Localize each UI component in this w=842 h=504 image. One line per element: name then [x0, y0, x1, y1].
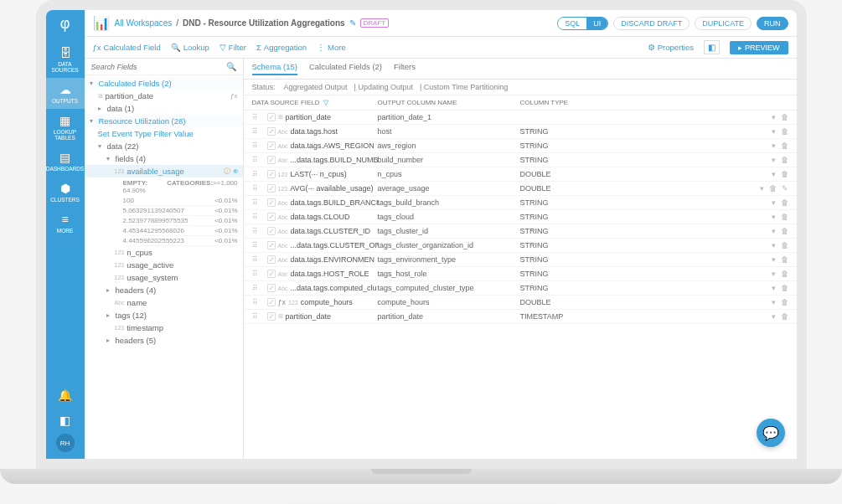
- delete-icon[interactable]: 🗑: [781, 198, 788, 207]
- delete-icon[interactable]: 🗑: [781, 312, 788, 321]
- discard-button[interactable]: DISCARD DRAFT: [613, 17, 690, 30]
- delete-icon[interactable]: 🗑: [781, 127, 788, 136]
- schema-row[interactable]: ⠿ ⤢ Abc ...data.tags.CLUSTER_OR tags_clu…: [244, 239, 797, 253]
- set-event-filter[interactable]: Set Event Type Filter Value: [85, 127, 243, 140]
- expand-icon[interactable]: ⤢: [267, 141, 276, 150]
- schema-row[interactable]: ⠿ ⤢ Abc data.tags.BUILD_BRANCH tags_buil…: [244, 196, 797, 210]
- drag-handle-icon[interactable]: ⠿: [252, 213, 267, 221]
- expand-icon[interactable]: ⤢: [267, 227, 276, 235]
- dropdown-icon[interactable]: ▾: [772, 156, 776, 164]
- user-avatar[interactable]: RH: [56, 434, 75, 452]
- delete-icon[interactable]: 🗑: [781, 170, 788, 178]
- schema-row[interactable]: ⠿ ⤢ Abc data.tags.ENVIRONMEN tags_enviro…: [244, 253, 797, 267]
- expand-icon[interactable]: ⤢: [267, 127, 276, 136]
- delete-icon[interactable]: 🗑: [781, 213, 788, 221]
- drag-handle-icon[interactable]: ⠿: [252, 156, 267, 164]
- nav-more[interactable]: ≡MORE: [46, 208, 85, 239]
- expand-icon[interactable]: ⤢: [267, 213, 276, 221]
- dropdown-icon[interactable]: ▾: [760, 184, 764, 193]
- nav-dashboards[interactable]: ▤DASHBOARDS: [46, 146, 85, 177]
- tree-item[interactable]: 123usage_system: [85, 271, 243, 284]
- tool-lookup[interactable]: 🔍Lookup: [171, 43, 209, 52]
- tree-item[interactable]: ▸tags (12): [85, 309, 243, 321]
- delete-icon[interactable]: 🗑: [781, 241, 788, 249]
- chat-button[interactable]: 💬: [757, 419, 785, 447]
- dropdown-icon[interactable]: ▾: [772, 127, 776, 136]
- add-icon[interactable]: ⊕: [233, 167, 238, 175]
- dropdown-icon[interactable]: ▾: [772, 312, 776, 321]
- schema-row[interactable]: ⠿ ⤢ ⊞ partition_date partition_date TIME…: [244, 310, 797, 324]
- dropdown-icon[interactable]: ▾: [772, 284, 776, 292]
- nav-lookup-tables[interactable]: ▦LOOKUP TABLES: [46, 109, 85, 146]
- layout-toggle[interactable]: ◧: [704, 40, 720, 54]
- delete-icon[interactable]: 🗑: [781, 255, 788, 264]
- info-icon[interactable]: ⓘ: [224, 167, 230, 175]
- dropdown-icon[interactable]: ▾: [772, 241, 776, 249]
- dropdown-icon[interactable]: ▾: [772, 198, 776, 207]
- delete-icon[interactable]: 🗑: [769, 184, 777, 193]
- bookmark[interactable]: ◧: [46, 409, 85, 434]
- tree-item[interactable]: Abcname: [85, 296, 243, 309]
- drag-handle-icon[interactable]: ⠿: [252, 298, 267, 306]
- expand-icon[interactable]: ⤢: [267, 312, 276, 321]
- preview-button[interactable]: ▸PREVIEW: [730, 41, 788, 54]
- dropdown-icon[interactable]: ▾: [772, 113, 776, 121]
- expand-icon[interactable]: ⤢: [267, 284, 276, 292]
- delete-icon[interactable]: 🗑: [781, 270, 788, 278]
- search-fields[interactable]: 🔍: [85, 59, 243, 75]
- search-input[interactable]: [91, 63, 226, 71]
- tree-item[interactable]: 123n_cpus: [85, 246, 243, 259]
- dropdown-icon[interactable]: ▾: [772, 141, 776, 150]
- schema-row[interactable]: ⠿ ⤢ Abc data.tags.host host STRING ▾🗑: [244, 125, 797, 139]
- expand-icon[interactable]: ⤢: [267, 298, 276, 306]
- drag-handle-icon[interactable]: ⠿: [252, 170, 267, 178]
- schema-row[interactable]: ⠿ ⤢ Abc ...data.tags.computed_clu tags_c…: [244, 281, 797, 296]
- calc-field-item[interactable]: ⊞partition_dateƒx: [85, 90, 243, 102]
- expand-icon[interactable]: ⤢: [267, 113, 276, 121]
- drag-handle-icon[interactable]: ⠿: [252, 284, 267, 292]
- schema-row[interactable]: ⠿ ⤢ ƒx 123 compute_hours compute_hours D…: [244, 296, 797, 310]
- expand-icon[interactable]: ⤢: [267, 184, 276, 193]
- tab-filters[interactable]: Filters: [394, 62, 416, 75]
- notifications[interactable]: 🔔: [46, 383, 85, 409]
- schema-row[interactable]: ⠿ ⤢ Abc data.tags.CLUSTER_ID tags_cluste…: [244, 224, 797, 239]
- duplicate-button[interactable]: DUPLICATE: [695, 17, 752, 30]
- dropdown-icon[interactable]: ▾: [772, 213, 776, 221]
- drag-handle-icon[interactable]: ⠿: [252, 255, 267, 264]
- dropdown-icon[interactable]: ▾: [772, 170, 776, 178]
- tree-item[interactable]: 123usage_active: [85, 259, 243, 271]
- expand-icon[interactable]: ⤢: [267, 156, 276, 164]
- drag-handle-icon[interactable]: ⠿: [252, 241, 267, 249]
- tree-item[interactable]: ▸headers (5): [85, 334, 243, 347]
- run-button[interactable]: RUN: [757, 17, 788, 30]
- fields-node[interactable]: ▾fields (4): [85, 152, 243, 165]
- delete-icon[interactable]: 🗑: [781, 227, 788, 235]
- edit-icon[interactable]: ✎: [782, 184, 788, 193]
- tool-calculated-field[interactable]: ƒxCalculated Field: [93, 43, 161, 52]
- schema-row[interactable]: ⠿ ⤢ 123 LAST(··· n_cpus) n_cpus DOUBLE ▾…: [244, 167, 797, 182]
- tab-calculated[interactable]: Calculated Fields (2): [309, 62, 382, 75]
- drag-handle-icon[interactable]: ⠿: [252, 198, 267, 207]
- schema-row[interactable]: ⠿ ⤢ Abc data.tags.CLOUD tags_cloud STRIN…: [244, 210, 797, 224]
- tree-item[interactable]: 123timestamp: [85, 321, 243, 334]
- resource-util-header[interactable]: ▾Resource Utilization (28): [85, 115, 243, 127]
- drag-handle-icon[interactable]: ⠿: [252, 184, 267, 193]
- drag-handle-icon[interactable]: ⠿: [252, 113, 267, 121]
- drag-handle-icon[interactable]: ⠿: [252, 270, 267, 278]
- drag-handle-icon[interactable]: ⠿: [252, 127, 267, 136]
- dropdown-icon[interactable]: ▾: [772, 270, 776, 278]
- schema-row[interactable]: ⠿ ⤢ 123 AVG(··· available_usage) average…: [244, 182, 797, 196]
- data22-node[interactable]: ▾data (22): [85, 140, 243, 152]
- tool-filter[interactable]: ▽Filter: [220, 43, 246, 52]
- expand-icon[interactable]: ⤢: [267, 170, 276, 178]
- tool-more[interactable]: ⋮More: [317, 43, 346, 52]
- expand-icon[interactable]: ⤢: [267, 241, 276, 249]
- sql-ui-toggle[interactable]: SQL UI: [557, 17, 608, 30]
- drag-handle-icon[interactable]: ⠿: [252, 141, 267, 150]
- delete-icon[interactable]: 🗑: [781, 156, 788, 164]
- field-available-usage[interactable]: 123available_usage ⓘ ⊕: [85, 165, 243, 177]
- crumb-workspaces[interactable]: All Workspaces: [115, 18, 173, 28]
- data-node[interactable]: ▸data (1): [85, 102, 243, 115]
- properties-button[interactable]: ⚙Properties: [648, 43, 694, 52]
- nav-data-sources[interactable]: 🗄DATA SOURCES: [46, 41, 85, 78]
